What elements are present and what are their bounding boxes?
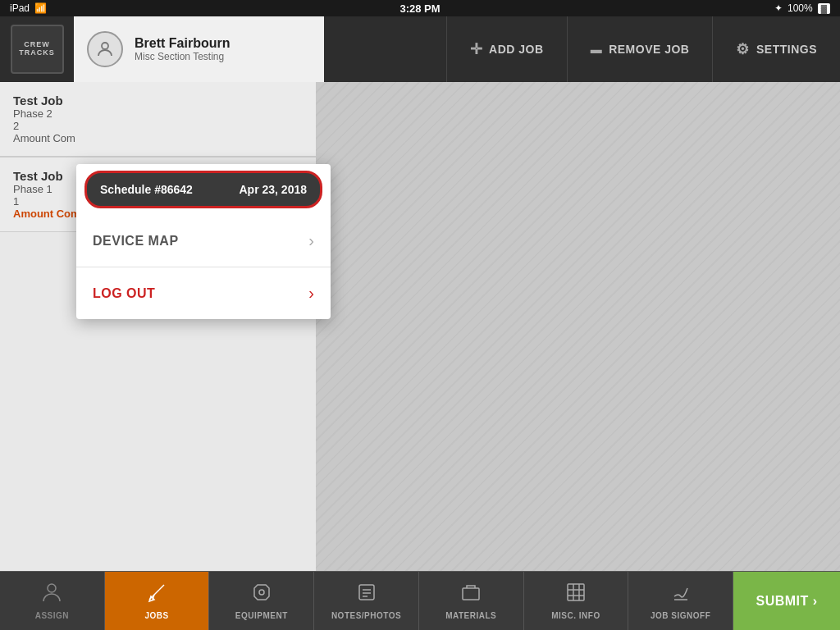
job-phase: Phase 2 bbox=[13, 107, 75, 120]
wifi-icon: 📶 bbox=[34, 2, 47, 14]
svg-point-1 bbox=[48, 584, 56, 592]
job-amount: Amount Com bbox=[13, 132, 75, 144]
tab-materials[interactable]: MATERIALS bbox=[419, 572, 524, 630]
user-subtitle: Misc Section Testing bbox=[135, 51, 230, 62]
log-out-chevron-icon: › bbox=[308, 284, 314, 303]
device-label: iPad bbox=[10, 2, 30, 14]
tab-equipment[interactable]: EQUIPMENT bbox=[209, 572, 314, 630]
tab-misc-info[interactable]: MISC. INFO bbox=[524, 572, 629, 630]
tab-materials-label: MATERIALS bbox=[445, 611, 496, 620]
tab-assign[interactable]: ASSIGN bbox=[0, 572, 105, 630]
jobs-icon bbox=[146, 582, 167, 608]
tab-jobs-label: JOBS bbox=[144, 611, 168, 620]
log-out-label: LOG OUT bbox=[93, 286, 155, 301]
remove-job-icon: ▬ bbox=[591, 43, 603, 56]
status-bar: iPad 📶 3:28 PM ✦ 100% ▓ bbox=[0, 0, 840, 16]
add-job-button[interactable]: ✛ ADD JOB bbox=[446, 16, 567, 82]
schedule-date: Apr 23, 2018 bbox=[240, 183, 308, 196]
status-time: 3:28 PM bbox=[399, 2, 440, 15]
tab-notes-photos[interactable]: NOTES/PHOTOS bbox=[314, 572, 419, 630]
logo-text: CREW TRACKS bbox=[12, 41, 62, 57]
remove-job-button[interactable]: ▬ REMOVE JOB bbox=[567, 16, 713, 82]
tab-equipment-label: EQUIPMENT bbox=[235, 611, 288, 620]
header-actions: ✛ ADD JOB ▬ REMOVE JOB ⚙ SETTINGS bbox=[324, 16, 840, 82]
status-left: iPad 📶 bbox=[10, 2, 47, 14]
submit-label: SUBMIT › bbox=[756, 594, 817, 609]
svg-point-0 bbox=[102, 43, 108, 49]
status-right: ✦ 100% ▓ bbox=[774, 2, 830, 14]
settings-label: SETTINGS bbox=[756, 43, 817, 56]
user-avatar bbox=[87, 31, 123, 67]
settings-icon: ⚙ bbox=[736, 40, 750, 58]
svg-rect-10 bbox=[463, 588, 479, 600]
svg-line-3 bbox=[159, 585, 164, 590]
job-number: 2 bbox=[13, 120, 75, 132]
job-list: Test Job Phase 2 2 Amount Com Test Job P… bbox=[0, 82, 316, 571]
user-info: Brett Fairbourn Misc Section Testing bbox=[135, 36, 230, 62]
main-content: Test Job Phase 2 2 Amount Com Test Job P… bbox=[0, 82, 840, 571]
user-profile-button[interactable]: Brett Fairbourn Misc Section Testing bbox=[74, 16, 324, 82]
job-item-row: Test Job Phase 2 2 Amount Com bbox=[13, 94, 303, 144]
notes-photos-icon bbox=[356, 582, 377, 608]
svg-rect-11 bbox=[568, 584, 584, 600]
settings-button[interactable]: ⚙ SETTINGS bbox=[712, 16, 840, 82]
device-map-item[interactable]: DEVICE MAP › bbox=[76, 215, 331, 267]
device-map-chevron-icon: › bbox=[308, 231, 314, 250]
job-name: Test Job bbox=[13, 94, 75, 107]
header: CREW TRACKS Brett Fairbourn Misc Section… bbox=[0, 16, 840, 82]
battery-icon: ▓ bbox=[818, 3, 830, 14]
schedule-number: Schedule #86642 bbox=[100, 183, 193, 196]
schedule-badge: Schedule #86642 Apr 23, 2018 bbox=[84, 171, 322, 208]
logo-box: CREW TRACKS bbox=[11, 25, 64, 74]
background-area bbox=[316, 82, 840, 571]
tab-misc-info-label: MISC. INFO bbox=[551, 611, 600, 620]
assign-icon bbox=[41, 582, 62, 608]
tab-bar: ASSIGN JOBS EQUIPMENT bbox=[0, 571, 840, 630]
logo-area: CREW TRACKS bbox=[0, 16, 74, 82]
tab-job-signoff[interactable]: JOB SIGNOFF bbox=[628, 572, 733, 630]
svg-point-5 bbox=[259, 590, 264, 595]
device-map-label: DEVICE MAP bbox=[93, 234, 179, 249]
job-signoff-icon bbox=[670, 582, 692, 608]
battery-label: 100% bbox=[788, 2, 813, 14]
tab-assign-label: ASSIGN bbox=[35, 611, 69, 620]
add-job-label: ADD JOB bbox=[489, 43, 544, 56]
materials-icon bbox=[460, 582, 482, 608]
log-out-item[interactable]: LOG OUT › bbox=[76, 267, 331, 319]
submit-button[interactable]: SUBMIT › bbox=[733, 572, 840, 630]
add-job-icon: ✛ bbox=[470, 40, 483, 58]
bluetooth-icon: ✦ bbox=[774, 2, 783, 14]
svg-rect-6 bbox=[359, 585, 374, 600]
tab-jobs[interactable]: JOBS bbox=[105, 572, 210, 630]
dropdown-menu: Schedule #86642 Apr 23, 2018 DEVICE MAP … bbox=[76, 164, 331, 319]
remove-job-label: REMOVE JOB bbox=[609, 43, 689, 56]
job-item[interactable]: Test Job Phase 2 2 Amount Com bbox=[0, 82, 316, 157]
tab-job-signoff-label: JOB SIGNOFF bbox=[651, 611, 710, 620]
misc-info-icon bbox=[565, 582, 587, 608]
tab-notes-photos-label: NOTES/PHOTOS bbox=[331, 611, 401, 620]
user-name: Brett Fairbourn bbox=[135, 36, 230, 51]
equipment-icon bbox=[251, 582, 272, 608]
